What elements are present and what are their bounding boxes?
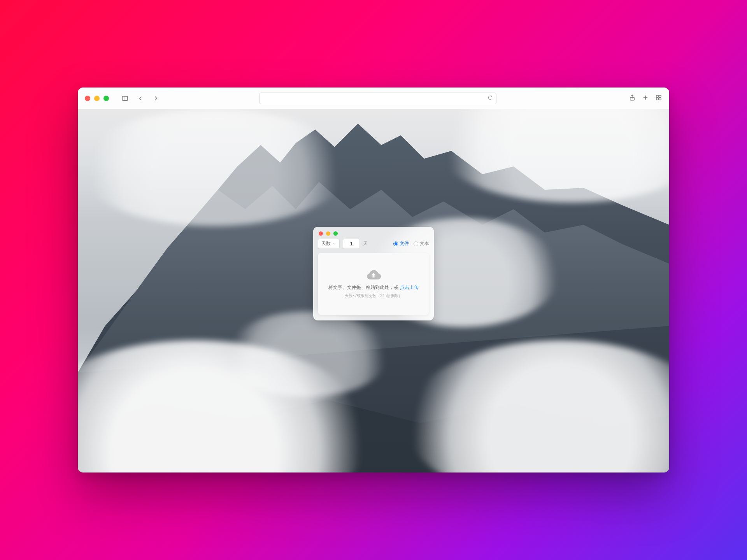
close-window-button[interactable] (85, 96, 90, 101)
nav-back-button[interactable] (135, 93, 146, 103)
window-traffic-lights (85, 96, 109, 101)
radio-text-label: 文本 (420, 240, 429, 247)
cloud-decoration (405, 340, 669, 472)
radio-text[interactable]: 文本 (414, 240, 429, 247)
reload-icon[interactable] (487, 95, 493, 102)
nav-forward-button[interactable] (150, 93, 162, 103)
svg-rect-8 (659, 98, 661, 100)
svg-rect-7 (656, 98, 658, 100)
widget-controls: 天数 天 文件 文本 (318, 239, 429, 249)
radio-file-label: 文件 (400, 240, 409, 247)
radio-file[interactable]: 文件 (393, 240, 409, 247)
svg-rect-5 (656, 95, 658, 97)
toolbar-right (629, 94, 662, 103)
cloud-decoration (436, 109, 669, 203)
browser-window: 天数 天 文件 文本 (78, 88, 669, 472)
zoom-window-button[interactable] (103, 96, 109, 101)
cloud-decoration (78, 109, 350, 226)
duration-number-input[interactable] (343, 239, 360, 249)
widget-traffic-lights (318, 231, 429, 239)
duration-unit: 天 (363, 240, 369, 247)
dropzone-text: 将文字、文件拖、粘贴到此处，或 (328, 285, 400, 290)
tab-overview-icon[interactable] (655, 94, 662, 103)
widget-minimize-button[interactable] (326, 231, 330, 236)
sidebar-toggle-button[interactable] (119, 93, 131, 103)
address-bar[interactable] (259, 93, 496, 104)
page-content: 天数 天 文件 文本 (78, 109, 669, 472)
dropzone-instruction: 将文字、文件拖、粘贴到此处，或 点击上传 (328, 284, 418, 291)
chevron-down-icon (332, 242, 336, 246)
cloud-upload-icon (366, 269, 381, 282)
radio-dot-icon (393, 242, 398, 246)
svg-rect-0 (122, 96, 128, 100)
radio-dot-icon (414, 242, 418, 246)
dropzone-subtext: 天数×7或限制次数（24h后删除） (345, 293, 402, 299)
widget-close-button[interactable] (319, 231, 323, 236)
type-radio-group: 文件 文本 (393, 240, 429, 247)
share-icon[interactable] (629, 94, 636, 103)
new-tab-icon[interactable] (642, 94, 649, 103)
minimize-window-button[interactable] (94, 96, 100, 101)
duration-select[interactable]: 天数 (318, 239, 340, 249)
upload-widget: 天数 天 文件 文本 (313, 227, 434, 320)
duration-select-label: 天数 (321, 240, 331, 247)
upload-link[interactable]: 点击上传 (400, 285, 419, 290)
widget-zoom-button[interactable] (333, 231, 338, 236)
browser-toolbar (78, 88, 669, 109)
svg-rect-6 (659, 95, 661, 97)
upload-dropzone[interactable]: 将文字、文件拖、粘贴到此处，或 点击上传 天数×7或限制次数（24h后删除） (318, 253, 429, 315)
